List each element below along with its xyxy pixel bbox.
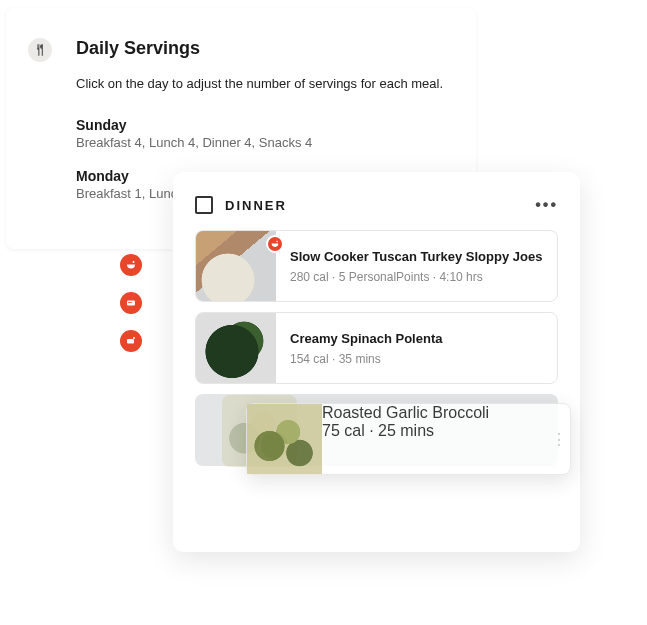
dinner-header: DINNER •••: [195, 196, 558, 214]
svg-rect-2: [127, 339, 134, 344]
more-menu-icon[interactable]: •••: [535, 196, 558, 214]
recipe-title: Creamy Spinach Polenta: [290, 331, 442, 346]
recipe-thumbnail: [196, 231, 276, 301]
action-icon-column: [120, 254, 142, 352]
recipe-card[interactable]: Slow Cooker Tuscan Turkey Sloppy Joes 28…: [195, 230, 558, 302]
recipe-thumbnail: [196, 313, 276, 383]
select-all-checkbox[interactable]: [195, 196, 213, 214]
recipe-card[interactable]: Creamy Spinach Polenta 154 cal · 35 mins: [195, 312, 558, 384]
add-bowl-icon[interactable]: [120, 254, 142, 276]
recipe-meta: 280 cal · 5 PersonalPoints · 4:10 hrs: [290, 270, 542, 284]
utensils-icon: [28, 38, 52, 62]
svg-rect-1: [128, 302, 132, 303]
servings-description: Click on the day to adjust the number of…: [76, 75, 446, 93]
svg-rect-0: [127, 301, 135, 306]
servings-day[interactable]: Sunday Breakfast 4, Lunch 4, Dinner 4, S…: [76, 117, 446, 150]
meal-label: DINNER: [225, 198, 287, 213]
day-summary: Breakfast 4, Lunch 4, Dinner 4, Snacks 4: [76, 135, 446, 150]
recipe-meta: 154 cal · 35 mins: [290, 352, 442, 366]
day-name: Sunday: [76, 117, 446, 133]
recipe-title: Slow Cooker Tuscan Turkey Sloppy Joes: [290, 249, 542, 264]
servings-title: Daily Servings: [76, 38, 446, 59]
dinner-panel: DINNER ••• Slow Cooker Tuscan Turkey Slo…: [173, 172, 580, 552]
add-card-icon[interactable]: [120, 330, 142, 352]
add-badge-icon[interactable]: [266, 235, 284, 253]
card-icon[interactable]: [120, 292, 142, 314]
drop-zone[interactable]: [195, 394, 558, 466]
